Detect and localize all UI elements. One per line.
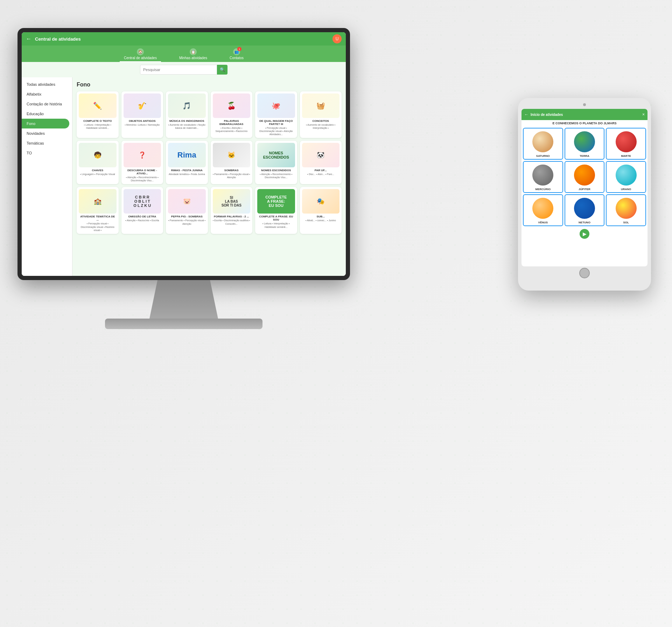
sidebar-item-tematicas[interactable]: Temáticas bbox=[22, 138, 72, 148]
planet-urano[interactable]: URANO bbox=[606, 161, 646, 193]
card-sombras[interactable]: 🐱 SOMBRAS • Pareamento • Percepção visua… bbox=[211, 141, 253, 184]
planet-terra[interactable]: TERRA bbox=[565, 128, 605, 160]
search-bar: 🔍 bbox=[22, 62, 346, 77]
planet-terra-name: TERRA bbox=[580, 154, 589, 158]
planet-jupiter[interactable]: JÚPITER bbox=[565, 161, 605, 193]
monitor-base bbox=[105, 319, 262, 329]
card-conceitos[interactable]: 🧺 CONCEITOS • Aumento de vocabulário • I… bbox=[300, 91, 342, 138]
card-sombras-tags: • Pareamento • Percepção visual • Atençã… bbox=[213, 173, 251, 179]
card-complete-texto[interactable]: ✏️ COMPLETE O TEXTO • Leitura • Interpre… bbox=[77, 91, 119, 138]
sidebar-item-novidades[interactable]: Novidades bbox=[22, 128, 72, 138]
card-par-title: PAR UF... bbox=[302, 169, 340, 172]
card-omissao[interactable]: C B R RO B L I TO L Z K U OMISSÃO DE LET… bbox=[121, 187, 163, 234]
card-omissao-image: C B R RO B L I TO L Z K U bbox=[124, 189, 161, 214]
card-musica-image: 🎵 bbox=[168, 93, 206, 118]
planet-sol-icon bbox=[616, 198, 637, 219]
sidebar-item-to[interactable]: TO bbox=[22, 148, 72, 158]
card-complete-frase-title: COMPLETE A FRASE: EU SOU bbox=[257, 215, 295, 221]
tab-central[interactable]: 🏠 Central de atividades bbox=[120, 47, 161, 62]
card-formar[interactable]: SILA BASSOR TI DAS FORMAR PALAVRAS - 2 .… bbox=[211, 187, 253, 234]
card-sub[interactable]: 🎭 SUB... • Ativid... • comec... • Junino bbox=[300, 187, 342, 234]
back-button[interactable]: ← bbox=[26, 36, 31, 42]
tablet-camera bbox=[583, 103, 586, 106]
planet-venus[interactable]: VÊNUS bbox=[523, 194, 563, 226]
search-button[interactable]: 🔍 bbox=[217, 65, 227, 75]
planet-sol-name: SOL bbox=[623, 221, 629, 224]
card-complete-frase[interactable]: COMPLETEA FRASE:EU SOU COMPLETE A FRASE:… bbox=[255, 187, 297, 234]
card-atividade-image: 🏫 bbox=[79, 189, 117, 214]
tablet-home-button[interactable] bbox=[579, 268, 590, 278]
card-palavras-image: 🍒 bbox=[213, 93, 251, 118]
planet-saturno[interactable]: SATURNO bbox=[523, 128, 563, 160]
sidebar-item-alfabetix[interactable]: Alfabetix bbox=[22, 89, 72, 99]
sidebar-item-todas[interactable]: Todas atividades bbox=[22, 79, 72, 89]
card-sub-image: 🎭 bbox=[302, 189, 340, 214]
notification-badge: 1 bbox=[237, 47, 241, 51]
card-peppa-image: 🐷 bbox=[168, 189, 206, 214]
sidebar-item-educacao[interactable]: Educação bbox=[22, 109, 72, 119]
card-rimas[interactable]: Rima RIMAS - FESTA JUNINA Atividade temá… bbox=[166, 141, 208, 184]
planet-jupiter-name: JÚPITER bbox=[579, 188, 590, 191]
planet-netuno[interactable]: NETUNO bbox=[565, 194, 605, 226]
card-musica[interactable]: 🎵 MÚSICA OS INDIOZINHOS • Aumento de voc… bbox=[166, 91, 208, 138]
card-formar-tags: • Escrita • Discriminação auditiva • Con… bbox=[213, 219, 251, 225]
sidebar-item-contacao[interactable]: Contação de história bbox=[22, 99, 72, 109]
card-palavras[interactable]: 🍒 PALAVRAS EMBARALHADAS • Escrita • Aten… bbox=[211, 91, 253, 138]
planet-venus-icon bbox=[532, 198, 553, 219]
planet-venus-name: VÊNUS bbox=[538, 221, 548, 224]
card-complete-texto-image: ✏️ bbox=[79, 93, 117, 118]
card-dequal-tags: • Percepção visual • Discriminação visua… bbox=[257, 126, 295, 136]
card-formar-title: FORMAR PALAVRAS - 2 ... bbox=[213, 215, 251, 218]
card-peppa[interactable]: 🐷 PEPPA PIG - SOMBRAS • Pareamento • Per… bbox=[166, 187, 208, 234]
card-complete-frase-tags: • Leitura • Interpretação • Habilidade s… bbox=[257, 222, 295, 228]
card-objetos-image: 🎷 bbox=[124, 93, 161, 118]
main-layout: Todas atividades Alfabetix Contação de h… bbox=[22, 77, 346, 276]
tablet-back-button[interactable]: ← bbox=[524, 112, 528, 117]
card-sombras-image: 🐱 bbox=[213, 143, 251, 167]
sidebar-item-fono[interactable]: Fono bbox=[22, 119, 69, 128]
app-header: ← Central de atividades U bbox=[22, 32, 346, 46]
planet-mercurio-icon bbox=[532, 165, 553, 186]
tab-contatos[interactable]: 👥 1 Contatos bbox=[225, 47, 248, 62]
card-nomes[interactable]: NOMESESCONDIDOS NOMES ESCONDIDOS • Atenç… bbox=[255, 141, 297, 184]
card-conceitos-image: 🧺 bbox=[302, 93, 340, 118]
card-atividade-tags: • Percepção visual • Discriminação visua… bbox=[79, 222, 117, 231]
planet-netuno-icon bbox=[574, 198, 595, 219]
tab-contatos-icon: 👥 1 bbox=[233, 48, 240, 55]
card-par[interactable]: 🐼 PAR UF... • Disc... • Aten... • Pare..… bbox=[300, 141, 342, 184]
card-sombras-title: SOMBRAS bbox=[213, 169, 251, 172]
card-atividade-title: ATIVIDADE TEMÁTICA DE ... bbox=[79, 215, 117, 221]
card-dequal[interactable]: 🐙 DE QUAL IMAGEM FAÇO PARTE? III • Perce… bbox=[255, 91, 297, 138]
card-omissao-title: OMISSÃO DE LETRA bbox=[124, 215, 161, 218]
card-chaves[interactable]: 🧒 CHAVES • Linguagem • Percepção Visual bbox=[77, 141, 119, 184]
card-rimas-title: RIMAS - FESTA JUNINA bbox=[168, 169, 206, 172]
card-descubra-tags: • Atenção • Reconhecimento • Discriminaç… bbox=[124, 176, 161, 182]
card-sub-tags: • Ativid... • comec... • Junino bbox=[302, 219, 340, 222]
card-objetos-tags: • Memória • Leitura • Nomeação bbox=[124, 123, 161, 126]
tablet-subtitle: E CONHECEMOS O PLANETA DO JLMARS bbox=[522, 120, 648, 126]
card-complete-frase-image: COMPLETEA FRASE:EU SOU bbox=[257, 189, 295, 214]
planet-mercurio[interactable]: MERCÚRIO bbox=[523, 161, 563, 193]
planet-sol[interactable]: SOL bbox=[606, 194, 646, 226]
card-conceitos-tags: • Aumento de vocabulário • Interpretação… bbox=[302, 123, 340, 130]
tablet-close-button[interactable]: × bbox=[642, 112, 645, 117]
tab-central-icon: 🏠 bbox=[137, 48, 144, 55]
card-atividade[interactable]: 🏫 ATIVIDADE TEMÁTICA DE ... • Percepção … bbox=[77, 187, 119, 234]
planet-marte[interactable]: MARTE bbox=[606, 128, 646, 160]
tablet-title: Início de atividades bbox=[531, 113, 640, 117]
tablet-play-button[interactable]: ▶ bbox=[580, 229, 589, 239]
card-objetos[interactable]: 🎷 OBJETOS ANTIGOS • Memória • Leitura • … bbox=[121, 91, 163, 138]
planet-saturno-name: SATURNO bbox=[536, 154, 550, 158]
search-input[interactable] bbox=[140, 65, 217, 75]
tablet-header: ← Início de atividades × bbox=[522, 109, 648, 120]
card-omissao-tags: • Atenção • Raciocínio • Escrita bbox=[124, 219, 161, 222]
planet-jupiter-icon bbox=[574, 165, 595, 186]
card-complete-texto-tags: • Leitura • Interpretação • Habilidade s… bbox=[79, 123, 117, 130]
tab-minhas[interactable]: 📋 Minhas atividades bbox=[175, 47, 211, 62]
content-area: Fono ✏️ COMPLETE O TEXTO • Leitura • Int… bbox=[72, 77, 346, 276]
card-descubra[interactable]: ❓ DESCUBRA O NOME - ATIVID... • Atenção … bbox=[121, 141, 163, 184]
planet-terra-icon bbox=[574, 131, 595, 152]
monitor-screen: ← Central de atividades U 🏠 Central de a… bbox=[22, 32, 346, 276]
tab-contatos-label: Contatos bbox=[230, 56, 244, 60]
tab-central-label: Central de atividades bbox=[124, 56, 157, 60]
